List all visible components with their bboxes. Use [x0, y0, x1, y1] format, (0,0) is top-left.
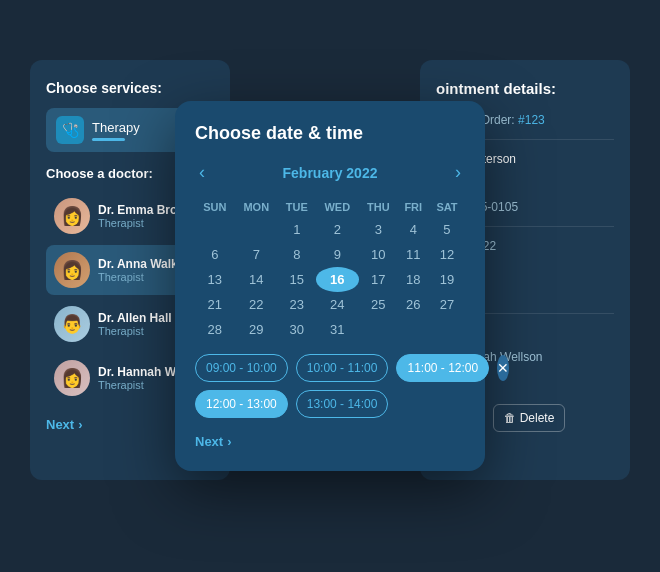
service-label: Therapy [92, 120, 140, 135]
calendar-day[interactable]: 22 [234, 292, 278, 317]
doctor-name: Dr. Emma Brow [98, 203, 187, 217]
doctor-role: Therapist [98, 379, 184, 391]
calendar-day[interactable] [398, 317, 429, 342]
calendar-day[interactable]: 1 [278, 217, 315, 242]
time-slot-row: 12:00 - 13:00 13:00 - 14:00 [195, 390, 465, 418]
delete-button[interactable]: 🗑 Delete [493, 404, 566, 432]
doctor-name: Dr. Anna Walke [98, 257, 184, 271]
calendar-day[interactable]: 24 [316, 292, 360, 317]
service-icon: 🩺 [56, 116, 84, 144]
month-year-label: February 2022 [283, 165, 378, 181]
day-header-thu: THU [359, 197, 397, 217]
day-header-fri: FRI [398, 197, 429, 217]
avatar: 👨 [54, 306, 90, 342]
calendar-week: 28 29 30 31 [195, 317, 465, 342]
chevron-right-icon: › [227, 434, 231, 449]
calendar-day[interactable]: 4 [398, 217, 429, 242]
day-header-sat: SAT [429, 197, 465, 217]
calendar-day[interactable]: 14 [234, 267, 278, 292]
calendar-day[interactable]: 26 [398, 292, 429, 317]
time-slot-selected[interactable]: 12:00 - 13:00 [195, 390, 288, 418]
calendar-day[interactable]: 29 [234, 317, 278, 342]
calendar-day[interactable]: 23 [278, 292, 315, 317]
calendar-day[interactable] [429, 317, 465, 342]
time-slot[interactable]: 10:00 - 11:00 [296, 354, 389, 382]
calendar-day[interactable]: 15 [278, 267, 315, 292]
time-slot-row: 09:00 - 10:00 10:00 - 11:00 11:00 - 12:0… [195, 354, 465, 382]
calendar-day[interactable]: 11 [398, 242, 429, 267]
calendar-day[interactable]: 27 [429, 292, 465, 317]
calendar-nav: ‹ February 2022 › [195, 162, 465, 183]
calendar-day[interactable]: 9 [316, 242, 360, 267]
calendar-grid: SUN MON TUE WED THU FRI SAT 1 2 3 4 5 6 [195, 197, 465, 342]
calendar-day[interactable]: 30 [278, 317, 315, 342]
calendar-day[interactable]: 21 [195, 292, 234, 317]
time-slot-selected[interactable]: 11:00 - 12:00 [396, 354, 489, 382]
calendar-day[interactable] [234, 217, 278, 242]
doctor-name: Dr. Allen Hall [98, 311, 172, 325]
calendar-day[interactable]: 25 [359, 292, 397, 317]
doctor-role: Therapist [98, 217, 187, 229]
calendar-day[interactable]: 17 [359, 267, 397, 292]
day-header-mon: MON [234, 197, 278, 217]
calendar-day[interactable]: 8 [278, 242, 315, 267]
day-header-tue: TUE [278, 197, 315, 217]
prev-month-button[interactable]: ‹ [195, 162, 209, 183]
calendar-panel: Choose date & time ‹ February 2022 › SUN… [175, 101, 485, 471]
calendar-day[interactable]: 18 [398, 267, 429, 292]
calendar-week: 21 22 23 24 25 26 27 [195, 292, 465, 317]
calendar-day[interactable] [195, 217, 234, 242]
calendar-title: Choose date & time [195, 123, 465, 144]
calendar-day[interactable]: 12 [429, 242, 465, 267]
calendar-day[interactable]: 6 [195, 242, 234, 267]
day-header-sun: SUN [195, 197, 234, 217]
calendar-week: 6 7 8 9 10 11 12 [195, 242, 465, 267]
next-button[interactable]: Next › [46, 417, 83, 432]
calendar-day[interactable]: 5 [429, 217, 465, 242]
chevron-right-icon: › [78, 417, 82, 432]
calendar-day[interactable]: 19 [429, 267, 465, 292]
calendar-day[interactable]: 7 [234, 242, 278, 267]
right-panel-title: ointment details: [436, 80, 614, 97]
calendar-day[interactable]: 31 [316, 317, 360, 342]
calendar-day-selected[interactable]: 16 [316, 267, 360, 292]
calendar-day[interactable]: 10 [359, 242, 397, 267]
calendar-day[interactable] [359, 317, 397, 342]
avatar: 👩 [54, 360, 90, 396]
service-bar [92, 138, 125, 141]
calendar-day[interactable]: 13 [195, 267, 234, 292]
time-slot[interactable]: 13:00 - 14:00 [296, 390, 389, 418]
calendar-next-button[interactable]: Next › [195, 434, 232, 449]
calendar-day[interactable]: 2 [316, 217, 360, 242]
doctor-role: Therapist [98, 325, 172, 337]
time-slot[interactable]: 09:00 - 10:00 [195, 354, 288, 382]
day-header-wed: WED [316, 197, 360, 217]
avatar: 👩 [54, 198, 90, 234]
time-slots-container: 09:00 - 10:00 10:00 - 11:00 11:00 - 12:0… [195, 354, 465, 418]
calendar-day[interactable]: 28 [195, 317, 234, 342]
calendar-week: 1 2 3 4 5 [195, 217, 465, 242]
calendar-day[interactable]: 3 [359, 217, 397, 242]
calendar-week: 13 14 15 16 17 18 19 [195, 267, 465, 292]
doctor-role: Therapist [98, 271, 184, 283]
avatar: 👩 [54, 252, 90, 288]
doctor-name: Dr. Hannah Wri [98, 365, 184, 379]
left-panel-title: Choose services: [46, 80, 214, 96]
trash-icon: 🗑 [504, 411, 516, 425]
next-month-button[interactable]: › [451, 162, 465, 183]
related-order-link[interactable]: #123 [518, 113, 545, 127]
